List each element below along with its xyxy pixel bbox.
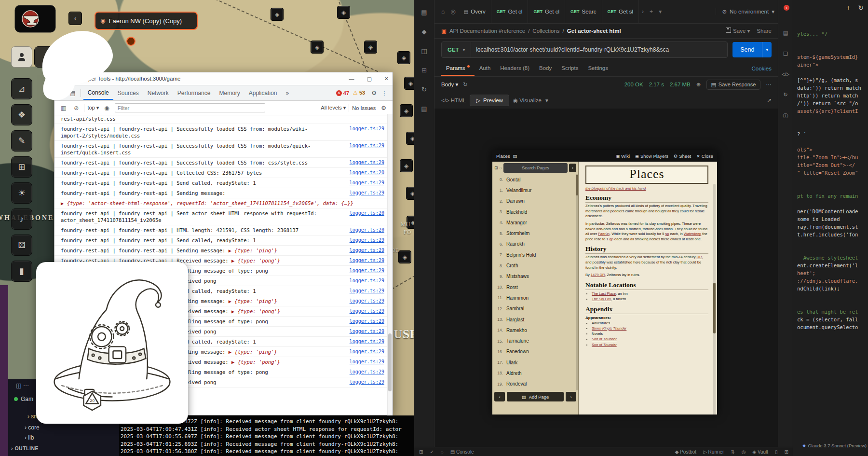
console-log-row[interactable]: logger.ts:20foundry-rest-api | foundry-r… bbox=[54, 168, 388, 178]
scene-context-icon[interactable] bbox=[126, 37, 136, 46]
source-link[interactable]: logger.ts:29 bbox=[350, 359, 384, 365]
tool-dice-button[interactable]: ⚄ bbox=[11, 235, 32, 256]
map-note-icon[interactable]: ◈ bbox=[364, 41, 377, 54]
source-link[interactable]: logger.ts:29 bbox=[350, 379, 384, 386]
journal-page-item[interactable]: 6.Raurokh bbox=[492, 239, 578, 249]
trash-icon[interactable]: ▯ bbox=[775, 449, 778, 455]
open-link-icon[interactable]: ↗ bbox=[767, 97, 772, 104]
map-note-icon[interactable]: ◈ bbox=[400, 159, 413, 172]
source-link[interactable]: logger.ts:29 bbox=[350, 277, 384, 284]
context-selector[interactable]: top ▾ bbox=[87, 105, 99, 111]
journal-page-item[interactable]: 8.Croth bbox=[492, 260, 578, 271]
cookies-link[interactable]: Cookies bbox=[751, 66, 772, 71]
content-link[interactable]: DR bbox=[697, 255, 702, 259]
panel-grid-icon[interactable]: ⊞ bbox=[785, 449, 788, 455]
status-search-icon[interactable]: ◌ bbox=[441, 449, 444, 455]
share-button[interactable]: Share bbox=[757, 28, 772, 34]
console-log-row[interactable]: logger.ts:20foundry-rest-api | foundry-r… bbox=[54, 225, 388, 235]
console-log-row[interactable]: logger.ts:20foundry-rest-api | foundry-r… bbox=[54, 208, 388, 225]
info-icon[interactable]: ⓘ bbox=[783, 112, 788, 120]
minimize-button[interactable]: — bbox=[349, 76, 354, 82]
journal-page-item[interactable]: 17.Ulark bbox=[492, 357, 578, 368]
sheet-button[interactable]: ⚙ Sheet bbox=[674, 153, 691, 159]
history-icon[interactable]: ↻ bbox=[421, 86, 427, 93]
sidebar-collapse-button[interactable]: › bbox=[569, 164, 576, 172]
eye-icon[interactable]: ◉ bbox=[104, 105, 109, 111]
network-icon[interactable]: ⊕ bbox=[696, 81, 701, 88]
map-note-icon[interactable]: ◈ bbox=[400, 104, 413, 117]
view-preview-tab[interactable]: ▷Preview bbox=[470, 95, 509, 106]
journal-page-item[interactable]: 11.Harimmon bbox=[492, 292, 578, 303]
tab-scroll-right-icon[interactable]: › bbox=[642, 8, 644, 15]
capture-icon[interactable]: ⇅ bbox=[731, 449, 734, 455]
environments-icon[interactable]: ◫ bbox=[421, 47, 427, 55]
map-note-icon[interactable]: ◈ bbox=[398, 250, 411, 263]
add-page-button[interactable]: ▤Add Page bbox=[507, 392, 564, 401]
journal-page-item[interactable]: 14.Ramekho bbox=[492, 325, 578, 335]
source-link[interactable]: logger.ts:20 bbox=[350, 169, 384, 176]
console-log-row[interactable]: logger.ts:29foundry-rest-api | foundry-r… bbox=[54, 178, 388, 188]
breadcrumb-collections[interactable]: Collections bbox=[532, 28, 559, 34]
console-log-row[interactable]: logger.ts:29foundry-rest-api | foundry-r… bbox=[54, 141, 388, 158]
source-link[interactable]: logger.ts:29 bbox=[350, 125, 384, 132]
source-link[interactable]: logger.ts:29 bbox=[350, 247, 384, 254]
notification-badge[interactable]: 1 bbox=[784, 5, 789, 11]
request-tab[interactable]: ▤Overv bbox=[459, 0, 491, 23]
save-response-button[interactable]: ▤Save Response bbox=[706, 80, 760, 90]
journal-header[interactable]: Places ▤ ▣ Wiki ◉ Show Players ⚙ Sheet ✕… bbox=[492, 150, 717, 162]
request-section-tab[interactable]: Headers (8) bbox=[495, 61, 534, 76]
content-link[interactable]: Son of Thunder bbox=[592, 343, 617, 347]
content-link[interactable]: The Sly Fox bbox=[592, 297, 611, 301]
content-link[interactable]: The Last Place bbox=[592, 291, 616, 296]
console-log-row[interactable]: logger.ts:29foundry-rest-api | foundry-r… bbox=[54, 188, 388, 198]
response-body-dropdown[interactable]: Body ▾ bbox=[441, 81, 458, 88]
source-link[interactable]: logger.ts:29 bbox=[350, 267, 384, 274]
journal-page-item[interactable]: 1.Velandilmur bbox=[492, 185, 578, 195]
journal-page-item[interactable]: 5.Stormhelm bbox=[492, 228, 578, 238]
source-link[interactable]: logger.ts:29 bbox=[350, 308, 384, 315]
warning-count[interactable]: ⚠ 53 bbox=[353, 90, 365, 96]
tool-walls-button[interactable]: ⊞ bbox=[11, 156, 32, 178]
request-tab[interactable]: GETSearc bbox=[565, 0, 602, 23]
kebab-menu-icon[interactable]: ⋮ bbox=[381, 90, 387, 97]
scene-nav-collapse-button[interactable]: ‹ bbox=[68, 12, 82, 25]
journal-page-item[interactable]: 12.Sambral bbox=[492, 304, 578, 314]
postbot-button[interactable]: ◆ Postbot bbox=[675, 449, 696, 455]
console-toggle[interactable]: ▤ Console bbox=[450, 449, 474, 455]
issues-counter[interactable]: No Issues bbox=[352, 105, 376, 111]
source-link[interactable]: logger.ts:20 bbox=[350, 227, 384, 234]
environment-selector[interactable]: ⊘ No environment ▾ bbox=[716, 8, 774, 15]
journal-page-item[interactable]: 0.Gontal bbox=[492, 174, 578, 185]
content-link[interactable]: Son of Thunder bbox=[592, 337, 617, 341]
journal-page-item[interactable]: 4.Marangor bbox=[492, 217, 578, 228]
devtools-titlebar[interactable]: Developer Tools - http://localhost:3000/… bbox=[54, 72, 393, 85]
request-section-tab[interactable]: Settings bbox=[583, 61, 613, 76]
vault-button[interactable]: ◈ Vault bbox=[753, 449, 769, 455]
wiki-button[interactable]: ▣ Wiki bbox=[615, 153, 630, 159]
journal-page-item[interactable]: 15.Tarmalune bbox=[492, 335, 578, 346]
console-log-row[interactable]: logger.ts:29foundry-rest-api | foundry-r… bbox=[54, 158, 388, 168]
content-link[interactable]: Storm King's Thunder bbox=[592, 326, 626, 331]
journal-page-item[interactable]: 18.Aldreth bbox=[492, 368, 578, 378]
tab-menu-caret[interactable]: ▾ bbox=[659, 8, 662, 15]
collections-icon[interactable]: ▤ bbox=[421, 9, 427, 16]
source-link[interactable]: logger.ts:29 bbox=[350, 257, 384, 264]
journal-page-item[interactable]: 3.Blackhold bbox=[492, 207, 578, 217]
source-link[interactable]: logger.ts:29 bbox=[350, 348, 384, 355]
code-snippet-icon[interactable]: </> bbox=[782, 71, 789, 77]
runner-button[interactable]: ▷ Runner bbox=[703, 449, 724, 455]
game-item[interactable]: Gam bbox=[14, 396, 33, 402]
tab-application[interactable]: Application bbox=[244, 86, 282, 99]
request-refresh-icon[interactable]: ↻ bbox=[783, 92, 787, 98]
workspace-icon[interactable]: ◎ bbox=[450, 8, 455, 15]
tool-tiles-button[interactable]: ❖ bbox=[11, 104, 32, 125]
comments-icon[interactable]: ❏ bbox=[783, 51, 788, 57]
journal-page-item[interactable]: 19.Rondeval bbox=[492, 379, 578, 389]
source-link[interactable]: logger.ts:20 bbox=[350, 210, 384, 217]
request-tab[interactable]: GETGet cl bbox=[528, 0, 565, 23]
refresh-icon[interactable]: ↻ bbox=[858, 4, 864, 12]
tool-token-button[interactable] bbox=[11, 46, 32, 68]
source-link[interactable]: logger.ts:29 bbox=[350, 328, 384, 335]
log-levels-dropdown[interactable]: All levels ▾ bbox=[321, 105, 346, 111]
content-link[interactable]: gp bbox=[610, 237, 613, 241]
